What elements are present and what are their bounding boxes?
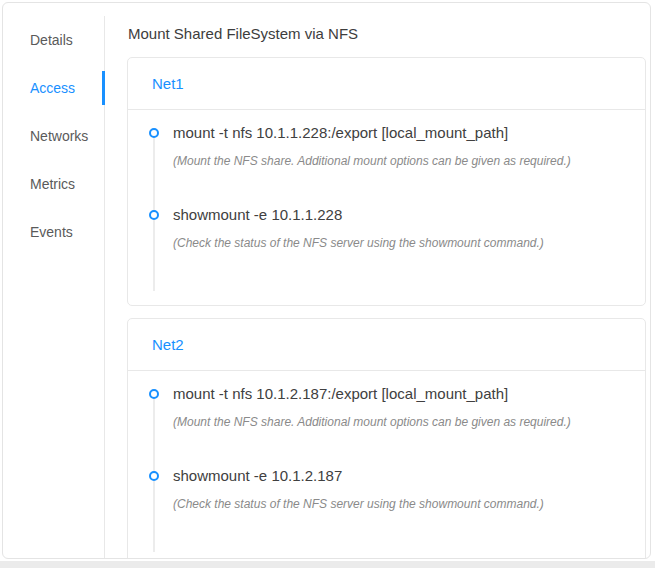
mount-command: mount -t nfs 10.1.2.187:/export [local_m… xyxy=(173,384,621,404)
page-container: Details Access Networks Metrics Events M… xyxy=(2,2,651,559)
sidebar-nav-list: Details Access Networks Metrics Events xyxy=(3,16,105,558)
mount-command: mount -t nfs 10.1.1.228:/export [local_m… xyxy=(173,123,621,143)
card-title: Net2 xyxy=(128,319,645,371)
sidebar-item-label: Metrics xyxy=(30,176,75,192)
command-description: (Mount the NFS share. Additional mount o… xyxy=(173,414,621,430)
timeline-dot-icon xyxy=(149,128,159,138)
sidebar-item-details[interactable]: Details xyxy=(3,16,104,64)
sidebar-item-access[interactable]: Access xyxy=(3,64,104,112)
sidebar-item-events[interactable]: Events xyxy=(3,208,104,256)
sidebar-item-label: Networks xyxy=(30,128,88,144)
page-title: Mount Shared FileSystem via NFS xyxy=(128,25,646,43)
sidebar-item-label: Access xyxy=(30,80,75,96)
timeline-step: showmount -e 10.1.2.187 (Check the statu… xyxy=(173,466,621,512)
timeline-dot-icon xyxy=(149,389,159,399)
sidebar-nav: Details Access Networks Metrics Events xyxy=(3,3,105,558)
command-description: (Mount the NFS share. Additional mount o… xyxy=(173,153,621,169)
page-background xyxy=(0,561,655,568)
showmount-command: showmount -e 10.1.2.187 xyxy=(173,466,621,486)
timeline-step: mount -t nfs 10.1.1.228:/export [local_m… xyxy=(173,123,621,169)
sidebar-item-networks[interactable]: Networks xyxy=(3,112,104,160)
timeline-dot-icon xyxy=(149,471,159,481)
timeline-dot-icon xyxy=(149,210,159,220)
card-title: Net1 xyxy=(128,58,645,110)
sidebar-item-metrics[interactable]: Metrics xyxy=(3,160,104,208)
sidebar-item-label: Events xyxy=(30,224,73,240)
timeline-step: showmount -e 10.1.1.228 (Check the statu… xyxy=(173,205,621,251)
card-body: mount -t nfs 10.1.1.228:/export [local_m… xyxy=(128,110,645,305)
command-description: (Check the status of the NFS server usin… xyxy=(173,496,621,512)
timeline-step: mount -t nfs 10.1.2.187:/export [local_m… xyxy=(173,384,621,430)
sidebar-item-label: Details xyxy=(30,32,73,48)
network-card-net1: Net1 mount -t nfs 10.1.1.228:/export [lo… xyxy=(127,57,646,306)
main-content: Mount Shared FileSystem via NFS Net1 mou… xyxy=(105,3,650,558)
card-body: mount -t nfs 10.1.2.187:/export [local_m… xyxy=(128,371,645,558)
network-card-net2: Net2 mount -t nfs 10.1.2.187:/export [lo… xyxy=(127,318,646,558)
command-description: (Check the status of the NFS server usin… xyxy=(173,235,621,251)
showmount-command: showmount -e 10.1.1.228 xyxy=(173,205,621,225)
